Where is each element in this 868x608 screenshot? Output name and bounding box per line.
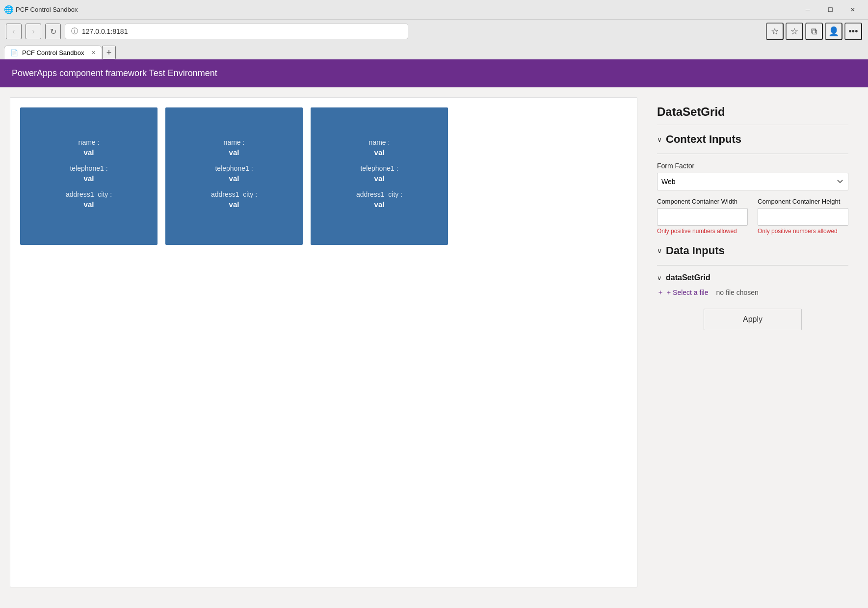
profile-button[interactable]: 👤 [825,23,842,40]
dataset-grid-header: ∨ dataSetGrid [657,273,848,282]
window-controls: ─ ☐ ✕ [796,2,864,18]
back-button[interactable]: ‹ [6,24,22,39]
form-factor-row: Form Factor Web Tablet Phone [657,162,848,190]
minimize-button[interactable]: ─ [796,2,819,18]
context-inputs-title: Context Inputs [666,133,741,146]
no-file-text: no file chosen [716,289,758,296]
context-inputs-header: ∨ Context Inputs [657,133,848,146]
card-3-name-value: val [374,148,385,157]
context-inputs-chevron[interactable]: ∨ [657,135,662,143]
plus-icon: ＋ [657,288,664,297]
window-title-bar: 🌐 PCF Control Sandbox ─ ☐ ✕ [0,0,868,20]
card-2-telephone-label: telephone1 : [215,164,253,172]
apply-button[interactable]: Apply [704,309,802,330]
window-frame: 🌐 PCF Control Sandbox ─ ☐ ✕ ‹ › ↻ ⓘ 127.… [0,0,868,59]
container-dimensions-row: Component Container Width Only positive … [657,197,848,235]
card-1-address-label: address1_city : [66,190,112,198]
container-width-col: Component Container Width Only positive … [657,197,748,235]
card-3-name-label: name : [369,138,390,146]
form-factor-label: Form Factor [657,162,848,170]
form-factor-select[interactable]: Web Tablet Phone [657,173,848,190]
app-header: PowerApps component framework Test Envir… [0,59,868,87]
close-button[interactable]: ✕ [842,2,864,18]
browser-address-bar: ‹ › ↻ ⓘ 127.0.0.1:8181 ☆ ☆ ⧉ 👤 ••• [0,20,868,43]
panel-title: DataSetGrid [657,105,848,125]
data-inputs-header: ∨ Data Inputs [657,244,848,257]
collections-button[interactable]: ⧉ [805,23,823,40]
more-button[interactable]: ••• [844,23,862,40]
data-card-1: name : val telephone1 : val address1_cit… [20,107,158,245]
card-3-telephone-value: val [374,174,385,183]
refresh-button[interactable]: ↻ [45,24,61,39]
cards-container: name : val telephone1 : val address1_cit… [20,107,627,245]
card-1-address-value: val [84,200,94,209]
card-3-address-value: val [374,200,385,209]
main-layout: name : val telephone1 : val address1_cit… [0,87,868,597]
container-width-input[interactable] [657,208,748,226]
tab-page-icon: 📄 [10,49,18,56]
data-inputs-section: ∨ Data Inputs ∨ dataSetGrid ＋ + Select a… [657,244,848,297]
card-1-name-label: name : [79,138,100,146]
dataset-grid-chevron[interactable]: ∨ [657,274,662,282]
data-card-3: name : val telephone1 : val address1_cit… [311,107,448,245]
window-title: PCF Control Sandbox [16,6,78,13]
favorites-button[interactable]: ☆ [766,23,784,40]
card-1-telephone-label: telephone1 : [70,164,107,172]
content-area: name : val telephone1 : val address1_cit… [10,97,637,587]
app-header-title: PowerApps component framework Test Envir… [12,68,217,78]
data-card-2: name : val telephone1 : val address1_cit… [165,107,303,245]
forward-button[interactable]: › [26,24,41,39]
container-width-error: Only positive numbers allowed [657,228,748,235]
container-height-input[interactable] [758,208,848,226]
card-2-name-value: val [229,148,239,157]
container-height-label: Component Container Height [758,197,848,206]
reading-list-button[interactable]: ☆ [786,23,803,40]
tab-close-button[interactable]: × [92,49,96,56]
container-height-col: Component Container Height Only positive… [758,197,848,235]
new-tab-button[interactable]: + [102,46,116,59]
card-3-address-label: address1_city : [356,190,402,198]
right-panel: DataSetGrid ∨ Context Inputs Form Factor… [647,97,858,587]
card-1-telephone-value: val [84,174,94,183]
file-select-row: ＋ + Select a file no file chosen [657,288,848,297]
card-2-address-value: val [229,200,239,209]
data-inputs-chevron[interactable]: ∨ [657,247,662,255]
card-2-telephone-value: val [229,174,239,183]
context-inputs-section: ∨ Context Inputs Form Factor Web Tablet … [657,133,848,235]
tab-bar: 📄 PCF Control Sandbox × + [0,43,868,59]
window-app-icon: 🌐 [4,5,14,14]
address-bar[interactable]: ⓘ 127.0.0.1:8181 [65,24,408,39]
container-height-error: Only positive numbers allowed [758,228,848,235]
select-file-label: + Select a file [667,289,708,296]
active-tab[interactable]: 📄 PCF Control Sandbox × [4,45,102,59]
card-2-name-label: name : [224,138,245,146]
data-inputs-divider [657,265,848,265]
container-width-label: Component Container Width [657,197,748,206]
dataset-grid-title: dataSetGrid [666,273,710,282]
info-icon: ⓘ [71,27,78,36]
tab-title: PCF Control Sandbox [22,49,84,56]
select-file-button[interactable]: ＋ + Select a file [657,288,708,297]
browser-toolbar: ☆ ☆ ⧉ 👤 ••• [766,23,862,40]
card-1-name-value: val [84,148,94,157]
context-inputs-divider [657,154,848,154]
card-3-telephone-label: telephone1 : [360,164,398,172]
card-2-address-label: address1_city : [211,190,257,198]
url-text: 127.0.0.1:8181 [82,27,128,35]
data-inputs-title: Data Inputs [666,244,725,257]
maximize-button[interactable]: ☐ [819,2,842,18]
